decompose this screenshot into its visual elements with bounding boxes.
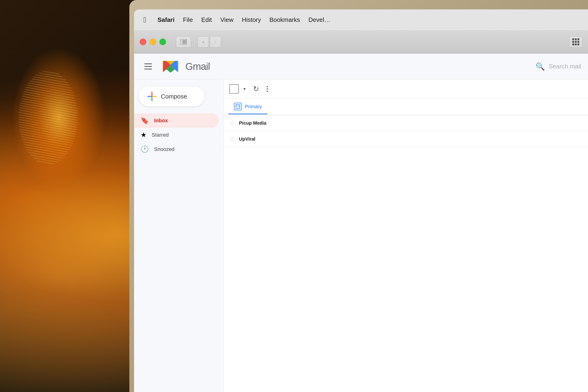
gmail-logo [162,60,179,73]
forward-chevron-icon: › [214,38,216,45]
close-button[interactable] [140,38,146,45]
svg-rect-6 [236,105,240,108]
back-button[interactable]: ‹ [198,36,209,48]
macos-menubar:  Safari File Edit View History Bookmark… [134,10,588,30]
search-placeholder-text: Search mail [549,63,581,70]
more-options-button[interactable]: ⋮ [264,85,271,93]
bookmarks-menu-item[interactable]: Bookmarks [265,15,304,25]
fullscreen-button[interactable] [160,38,166,45]
edit-menu-item[interactable]: Edit [197,15,216,25]
safari-menu-item[interactable]: Safari [153,15,179,25]
back-chevron-icon: ‹ [202,38,204,45]
email-tabs: Primary [224,98,588,115]
select-all-checkbox[interactable] [229,84,239,94]
starred-icon: ★ [141,131,146,139]
inbox-label: Inbox [154,118,168,124]
snoozed-label: Snoozed [154,146,174,152]
sidebar-item-starred[interactable]: ★ Starred [134,128,219,142]
email-toolbar: ▾ ↻ ⋮ [224,80,588,98]
hamburger-line [144,64,152,64]
navigation-buttons: ‹ › [198,36,221,48]
sidebar-item-inbox[interactable]: 🔖 Inbox [134,113,219,128]
sidebar-item-snoozed[interactable]: 🕐 Snoozed [134,142,219,156]
develop-menu-item[interactable]: Devel… [304,15,334,25]
search-icon: 🔍 [536,62,545,71]
compose-button[interactable]: Compose [139,86,204,106]
gmail-search[interactable]: 🔍 Search mail [536,62,581,71]
apple-menu-icon[interactable]:  [144,16,146,24]
table-row[interactable]: ☆ Picup Media [224,115,588,131]
hamburger-menu-button[interactable] [141,60,155,74]
table-row[interactable]: ☆ UpViral [224,131,588,147]
star-button[interactable]: ☆ [229,120,235,127]
svg-rect-1 [180,39,182,44]
gmail-body: Compose 🔖 Inbox ★ Starred 🕐 Snoozed [134,80,588,392]
gmail-app: Gmail 🔍 Search mail Compose 🔖 Inbox [134,54,588,392]
gmail-main: ▾ ↻ ⋮ Primary [224,80,588,392]
gmail-wordmark: Gmail [185,61,210,72]
hamburger-line [144,69,152,69]
inbox-icon: 🔖 [141,117,149,124]
starred-label: Starred [152,132,169,138]
view-menu-item[interactable]: View [216,15,238,25]
primary-tab[interactable]: Primary [228,100,268,114]
gmail-header: Gmail 🔍 Search mail [134,54,588,80]
browser-chrome: ‹ › [134,30,588,54]
primary-tab-label: Primary [245,104,262,109]
laptop-frame:  Safari File Edit View History Bookmark… [129,0,588,392]
compose-label: Compose [161,93,187,100]
sidebar-toggle-button[interactable] [176,36,191,48]
refresh-button[interactable]: ↻ [253,85,259,93]
select-dropdown-arrow[interactable]: ▾ [244,86,246,92]
history-menu-item[interactable]: History [238,15,265,25]
hamburger-line [144,66,152,67]
grid-dots-icon [572,38,579,46]
gmail-sidebar: Compose 🔖 Inbox ★ Starred 🕐 Snoozed [134,80,224,392]
star-button[interactable]: ☆ [229,136,235,143]
primary-tab-icon [234,103,242,110]
snoozed-icon: 🕐 [141,145,149,153]
forward-button[interactable]: › [210,36,221,48]
laptop-screen-bezel:  Safari File Edit View History Bookmark… [134,10,588,392]
compose-plus-icon [147,92,157,101]
minimize-button[interactable] [150,38,156,45]
email-sender: Picup Media [239,120,281,126]
file-menu-item[interactable]: File [179,15,197,25]
traffic-lights [140,38,166,45]
email-sender: UpViral [239,136,281,142]
tab-grid-button[interactable] [569,36,582,48]
